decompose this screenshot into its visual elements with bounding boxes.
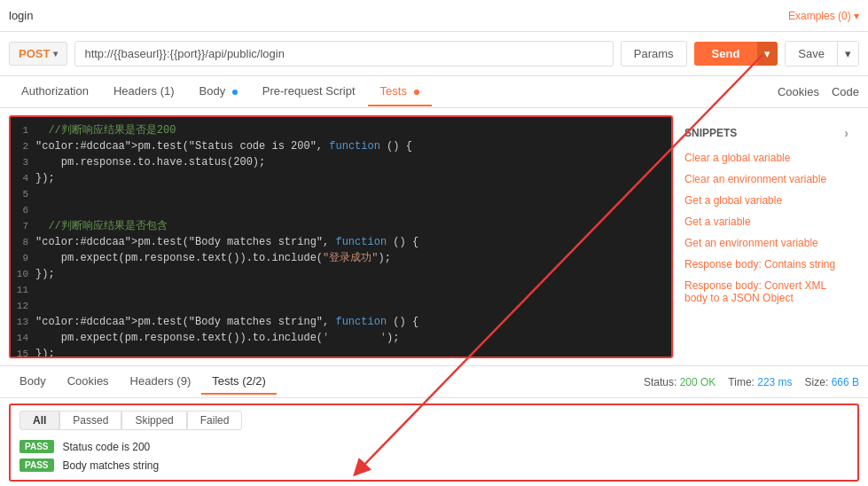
code-line: 1 //判断响应结果是否是200 <box>11 122 671 138</box>
method-chevron-icon: ▾ <box>53 49 58 59</box>
save-dropdown-button[interactable]: ▾ <box>837 42 858 66</box>
params-button[interactable]: Params <box>621 41 687 67</box>
code-line: 15}); <box>11 346 671 358</box>
cookies-link[interactable]: Cookies <box>778 85 819 98</box>
code-line: 10}); <box>11 266 671 282</box>
snippets-chevron-icon: › <box>844 126 848 140</box>
status-info: Status: 200 OK Time: 223 ms Size: 666 B <box>644 376 859 388</box>
top-bar: login Examples (0) ▾ <box>0 0 868 32</box>
time-value: 223 ms <box>757 376 792 388</box>
test-result-row: PASSBody matches string <box>20 456 848 474</box>
test-name: Status code is 200 <box>63 441 151 453</box>
filter-btn-all[interactable]: All <box>20 411 59 430</box>
code-line: 14 pm.expect(pm.response.text()).to.incl… <box>11 330 671 346</box>
examples-link[interactable]: Examples (0) ▾ <box>788 10 859 22</box>
line-number: 5 <box>11 186 35 202</box>
line-number: 10 <box>11 266 35 282</box>
code-line: 4}); <box>11 170 671 186</box>
send-button[interactable]: Send <box>694 42 758 66</box>
filter-btn-skipped[interactable]: Skipped <box>121 411 186 430</box>
snippet-item[interactable]: Response body: Convert XML body to a JSO… <box>674 275 859 309</box>
code-line: 8"color:#dcdcaa">pm.test("Body matches s… <box>11 234 671 250</box>
method-select[interactable]: POST ▾ <box>9 42 67 66</box>
snippet-item[interactable]: Get a variable <box>674 211 859 232</box>
line-number: 2 <box>11 138 35 154</box>
test-rows: PASSStatus code is 200PASSBody matches s… <box>20 437 848 474</box>
line-content: "color:#dcdcaa">pm.test("Status code is … <box>35 138 412 154</box>
code-line: 2"color:#dcdcaa">pm.test("Status code is… <box>11 138 671 154</box>
save-button[interactable]: Save <box>786 42 837 66</box>
line-content: //判断响应结果是否是200 <box>35 122 176 138</box>
snippets-header: SNIPPETS › <box>674 122 859 147</box>
line-number: 15 <box>11 346 35 358</box>
size-label: Size: 666 B <box>805 376 859 388</box>
line-number: 14 <box>11 330 35 346</box>
tab-authorization[interactable]: Authorization <box>9 77 101 106</box>
code-line: 6 <box>11 202 671 218</box>
line-number: 7 <box>11 218 35 234</box>
line-content: pm.response.to.have.status(200); <box>35 154 265 170</box>
snippet-item[interactable]: Response body: Contains string <box>674 254 859 275</box>
url-input[interactable] <box>74 41 613 67</box>
line-content: }); <box>35 266 55 282</box>
code-line: 9 pm.expect(pm.response.text()).to.inclu… <box>11 250 671 266</box>
line-number: 11 <box>11 282 35 298</box>
code-line: 12 <box>11 298 671 314</box>
test-results-panel: AllPassedSkippedFailed PASSStatus code i… <box>9 404 859 482</box>
size-value: 666 B <box>832 376 859 388</box>
request-bar: POST ▾ Params Send ▾ Save ▾ <box>0 32 868 76</box>
time-label: Time: 223 ms <box>728 376 792 388</box>
method-label: POST <box>19 47 50 60</box>
snippet-item[interactable]: Clear an environment variable <box>674 169 859 190</box>
line-number: 3 <box>11 154 35 170</box>
save-btn-group: Save ▾ <box>785 41 859 67</box>
tab-body[interactable]: Body <box>187 77 250 106</box>
bottom-tabs-bar: Body Cookies Headers (9) Tests (2/2) Sta… <box>0 366 868 398</box>
line-content: }); <box>35 346 55 358</box>
body-dot-indicator <box>232 90 238 95</box>
line-number: 1 <box>11 122 35 138</box>
filter-btn-failed[interactable]: Failed <box>187 411 243 430</box>
pass-badge: PASS <box>20 459 54 472</box>
code-editor[interactable]: 1 //判断响应结果是否是2002"color:#dcdcaa">pm.test… <box>9 115 673 358</box>
line-number: 4 <box>11 170 35 186</box>
btab-tests[interactable]: Tests (2/2) <box>201 369 277 395</box>
line-content: }); <box>35 170 55 186</box>
main-area: 1 //判断响应结果是否是2002"color:#dcdcaa">pm.test… <box>0 108 868 365</box>
line-number: 12 <box>11 298 35 314</box>
line-number: 6 <box>11 202 35 218</box>
filter-btn-passed[interactable]: Passed <box>59 411 121 430</box>
line-content: //判断响应结果是否包含 <box>35 218 168 234</box>
line-number: 9 <box>11 250 35 266</box>
tab-prerequest[interactable]: Pre-request Script <box>250 77 368 106</box>
send-btn-group: Send ▾ <box>694 42 778 66</box>
snippets-list: Clear a global variableClear an environm… <box>674 147 859 309</box>
status-label: Status: 200 OK <box>644 376 716 388</box>
code-link[interactable]: Code <box>832 85 859 98</box>
request-tabs-bar: Authorization Headers (1) Body Pre-reque… <box>0 76 868 108</box>
code-line: 3 pm.response.to.have.status(200); <box>11 154 671 170</box>
snippet-item[interactable]: Get an environment variable <box>674 232 859 254</box>
btab-body[interactable]: Body <box>9 369 57 395</box>
btab-headers[interactable]: Headers (9) <box>120 369 202 395</box>
line-content: "color:#dcdcaa">pm.test("Body matches st… <box>35 314 418 330</box>
snippet-item[interactable]: Clear a global variable <box>674 147 859 169</box>
status-value: 200 OK <box>680 376 716 388</box>
code-line: 5 <box>11 186 671 202</box>
btab-cookies[interactable]: Cookies <box>57 369 120 395</box>
send-dropdown-button[interactable]: ▾ <box>757 42 778 66</box>
app-title: login <box>9 9 33 22</box>
util-links: Cookies Code <box>778 85 859 98</box>
line-content: pm.expect(pm.response.text()).to.include… <box>35 250 391 266</box>
code-line: 13"color:#dcdcaa">pm.test("Body matches … <box>11 314 671 330</box>
test-filter-row: AllPassedSkippedFailed <box>20 411 848 430</box>
bottom-area: Body Cookies Headers (9) Tests (2/2) Sta… <box>0 365 868 486</box>
tab-headers[interactable]: Headers (1) <box>101 77 187 106</box>
tab-tests[interactable]: Tests <box>368 77 432 106</box>
test-name: Body matches string <box>63 459 160 472</box>
line-content: "color:#dcdcaa">pm.test("Body matches st… <box>35 234 418 250</box>
test-result-row: PASSStatus code is 200 <box>20 437 848 456</box>
snippet-item[interactable]: Get a global variable <box>674 190 859 211</box>
line-number: 13 <box>11 314 35 330</box>
code-line: 7 //判断响应结果是否包含 <box>11 218 671 234</box>
